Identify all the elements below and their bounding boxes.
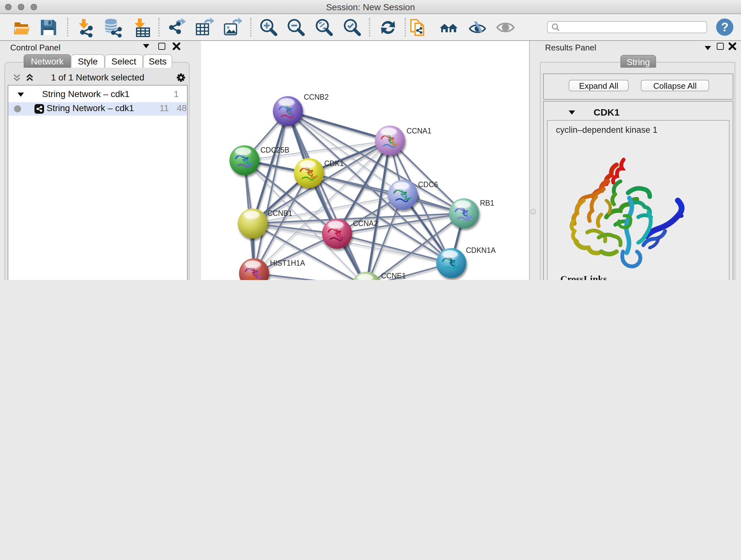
svg-text:CCNB2: CCNB2 <box>304 93 329 101</box>
svg-text:RB1: RB1 <box>480 199 494 207</box>
svg-text:HIST1H1A: HIST1H1A <box>270 259 306 267</box>
svg-text:CDC6: CDC6 <box>418 180 438 189</box>
svg-text:CCNA1: CCNA1 <box>407 127 431 135</box>
svg-text:CDKN1A: CDKN1A <box>466 246 496 254</box>
svg-text:CCNE1: CCNE1 <box>381 272 406 280</box>
svg-text:CDC25B: CDC25B <box>260 146 289 154</box>
svg-text:CCNB1: CCNB1 <box>267 209 292 217</box>
svg-text:CCNA2: CCNA2 <box>353 219 378 228</box>
svg-text:CDK1: CDK1 <box>324 159 344 168</box>
